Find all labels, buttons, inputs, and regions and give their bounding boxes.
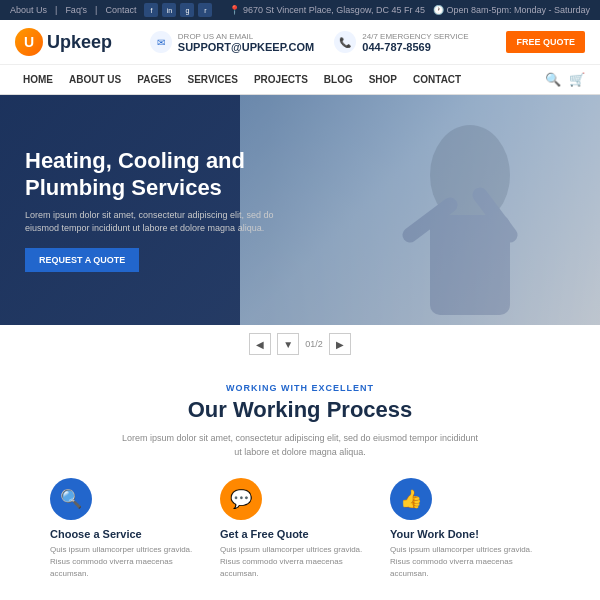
step-choose-service: 🔍 Choose a Service Quis ipsum ullamcorpe… xyxy=(50,478,210,580)
free-quote-icon-wrap: 💬 xyxy=(220,478,262,520)
about-link[interactable]: About Us xyxy=(10,5,47,15)
address-text: 📍 9670 St Vincent Place, Glasgow, DC 45 … xyxy=(229,5,424,15)
faq-link[interactable]: Faq's xyxy=(65,5,87,15)
step-work-done: 👍 Your Work Done! Quis ipsum ullamcorper… xyxy=(390,478,550,580)
header-right: FREE QUOTE xyxy=(506,31,585,53)
hero-description: Lorem ipsum dolor sit amet, consectetur … xyxy=(25,209,295,236)
hours-text: 🕐 Open 8am-5pm: Monday - Saturday xyxy=(433,5,590,15)
nav-about[interactable]: ABOUT US xyxy=(61,65,129,94)
next-slide-button[interactable]: ▶ xyxy=(329,333,351,355)
process-steps: 🔍 Choose a Service Quis ipsum ullamcorpe… xyxy=(15,478,585,580)
email-info: DROP US AN EMAIL SUPPORT@UPKEEP.COM xyxy=(178,32,314,53)
nav-projects[interactable]: PROJECTS xyxy=(246,65,316,94)
header-contact-area: ✉ DROP US AN EMAIL SUPPORT@UPKEEP.COM 📞 … xyxy=(150,31,469,53)
slider-controls: ◀ ▼ 01/2 ▶ xyxy=(0,325,600,363)
choose-service-desc: Quis ipsum ullamcorper ultrices gravida.… xyxy=(50,544,210,580)
hero-title: Heating, Cooling and Plumbing Services xyxy=(25,148,295,201)
work-done-desc: Quis ipsum ullamcorper ultrices gravida.… xyxy=(390,544,550,580)
phone-icon: 📞 xyxy=(334,31,356,53)
search-icon[interactable]: 🔍 xyxy=(545,72,561,87)
phone-label: 24/7 EMERGENCY SERVICE xyxy=(362,32,468,41)
top-bar-left: About Us | Faq's | Contact f in g r xyxy=(10,3,212,17)
rss-icon[interactable]: r xyxy=(198,3,212,17)
work-done-title: Your Work Done! xyxy=(390,528,550,540)
prev-slide-button[interactable]: ◀ xyxy=(249,333,271,355)
quote-icon: 💬 xyxy=(230,488,252,510)
work-done-icon-wrap: 👍 xyxy=(390,478,432,520)
nav-shop[interactable]: SHOP xyxy=(361,65,405,94)
step-free-quote: 💬 Get a Free Quote Quis ipsum ullamcorpe… xyxy=(220,478,380,580)
logo-text: Upkeep xyxy=(47,32,112,53)
search-service-icon: 🔍 xyxy=(60,488,82,510)
nav-icons: 🔍 🛒 xyxy=(545,72,585,87)
hero-content: Heating, Cooling and Plumbing Services L… xyxy=(0,148,320,272)
google-icon[interactable]: g xyxy=(180,3,194,17)
social-links: f in g r xyxy=(144,3,212,17)
nav-blog[interactable]: BLOG xyxy=(316,65,361,94)
email-icon: ✉ xyxy=(150,31,172,53)
email-contact: ✉ DROP US AN EMAIL SUPPORT@UPKEEP.COM xyxy=(150,31,314,53)
logo[interactable]: U Upkeep xyxy=(15,28,112,56)
email-value: SUPPORT@UPKEEP.COM xyxy=(178,41,314,53)
logo-icon: U xyxy=(15,28,43,56)
linkedin-icon[interactable]: in xyxy=(162,3,176,17)
section-description: Lorem ipsum dolor sit amet, consectetur … xyxy=(120,431,480,460)
navigation: HOME ABOUT US PAGES SERVICES PROJECTS BL… xyxy=(0,65,600,95)
email-label: DROP US AN EMAIL xyxy=(178,32,314,41)
header: U Upkeep ✉ DROP US AN EMAIL SUPPORT@UPKE… xyxy=(0,20,600,65)
working-process-section: WORKING WITH EXCELLENT Our Working Proce… xyxy=(0,363,600,595)
phone-value: 044-787-8569 xyxy=(362,41,468,53)
choose-service-icon-wrap: 🔍 xyxy=(50,478,92,520)
phone-info: 24/7 EMERGENCY SERVICE 044-787-8569 xyxy=(362,32,468,53)
nav-items: HOME ABOUT US PAGES SERVICES PROJECTS BL… xyxy=(15,65,469,94)
nav-contact[interactable]: CONTACT xyxy=(405,65,469,94)
facebook-icon[interactable]: f xyxy=(144,3,158,17)
nav-services[interactable]: SERVICES xyxy=(180,65,246,94)
slide-counter: 01/2 xyxy=(305,339,323,349)
request-quote-button[interactable]: REQUEST A QUOTE xyxy=(25,248,139,272)
phone-contact: 📞 24/7 EMERGENCY SERVICE 044-787-8569 xyxy=(334,31,468,53)
thumbsup-icon: 👍 xyxy=(400,488,422,510)
hero-section: Heating, Cooling and Plumbing Services L… xyxy=(0,95,600,325)
free-quote-desc: Quis ipsum ullamcorper ultrices gravida.… xyxy=(220,544,380,580)
cart-icon[interactable]: 🛒 xyxy=(569,72,585,87)
down-slide-button[interactable]: ▼ xyxy=(277,333,299,355)
section-tag: WORKING WITH EXCELLENT xyxy=(15,383,585,393)
contact-link[interactable]: Contact xyxy=(105,5,136,15)
top-bar-right: 📍 9670 St Vincent Place, Glasgow, DC 45 … xyxy=(229,5,590,15)
choose-service-title: Choose a Service xyxy=(50,528,210,540)
section-title: Our Working Process xyxy=(15,397,585,423)
free-quote-button[interactable]: FREE QUOTE xyxy=(506,31,585,53)
top-bar: About Us | Faq's | Contact f in g r 📍 96… xyxy=(0,0,600,20)
free-quote-title: Get a Free Quote xyxy=(220,528,380,540)
nav-pages[interactable]: PAGES xyxy=(129,65,179,94)
nav-home[interactable]: HOME xyxy=(15,65,61,94)
